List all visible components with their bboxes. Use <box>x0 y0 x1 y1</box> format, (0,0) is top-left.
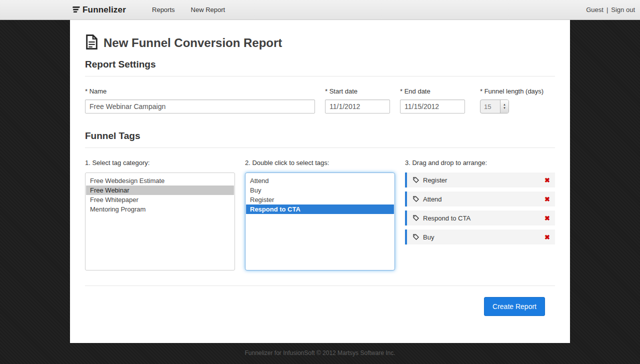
tag-icon <box>413 196 419 202</box>
remove-icon[interactable]: ✖ <box>544 196 550 202</box>
category-item[interactable]: Free Webdesign Estimate <box>86 176 234 186</box>
remove-icon[interactable]: ✖ <box>544 215 550 222</box>
tag-category-listbox[interactable]: Free Webdesign Estimate Free Webinar Fre… <box>85 172 235 270</box>
arrange-item-register[interactable]: Register ✖ <box>405 172 555 188</box>
user-separator: | <box>606 6 608 14</box>
arrange-item-label: Register <box>423 176 447 184</box>
tag-category-column: 1. Select tag category: Free Webdesign E… <box>85 159 235 270</box>
arrange-item-label: Buy <box>423 234 434 241</box>
report-settings-heading: Report Settings <box>85 59 555 76</box>
brand-logo[interactable]: Funnelizer <box>70 5 126 15</box>
funnel-length-label: * Funnel length (days) <box>480 88 550 95</box>
start-date-label: * Start date <box>325 88 390 95</box>
end-date-label: * End date <box>400 88 465 95</box>
category-item-selected[interactable]: Free Webinar <box>86 186 234 195</box>
main-card: New Funnel Conversion Report Report Sett… <box>70 20 570 343</box>
nav-item-reports[interactable]: Reports <box>144 0 183 20</box>
top-navbar: Funnelizer Reports New Report Guest | Si… <box>0 0 640 20</box>
tag-select-column: 2. Double click to select tags: Attend B… <box>245 159 395 270</box>
tag-icon <box>413 215 419 221</box>
user-label: Guest <box>586 6 604 14</box>
arrange-item-label: Respond to CTA <box>423 214 470 222</box>
tag-item-selected[interactable]: Respond to CTA <box>246 204 394 214</box>
sign-out-link[interactable]: Sign out <box>611 6 635 14</box>
nav-item-new-report[interactable]: New Report <box>183 0 234 20</box>
tag-item[interactable]: Buy <box>246 186 394 195</box>
tag-icon <box>413 234 419 240</box>
brand-text: Funnelizer <box>82 5 126 15</box>
footer-text: Funnelizer for InfusionSoft © 2012 Marts… <box>0 343 640 356</box>
funnel-tags-heading: Funnel Tags <box>85 130 555 148</box>
tag-icon <box>413 177 419 183</box>
step1-label: 1. Select tag category: <box>85 159 235 166</box>
arrange-item-buy[interactable]: Buy ✖ <box>405 230 555 244</box>
tag-item[interactable]: Attend <box>246 176 394 186</box>
document-icon <box>85 34 98 50</box>
funnel-logo-icon <box>70 6 80 14</box>
create-report-button[interactable]: Create Report <box>484 297 545 316</box>
tag-select-listbox[interactable]: Attend Buy Register Respond to CTA <box>245 172 395 270</box>
funnel-length-value: 15 <box>480 100 500 113</box>
remove-icon[interactable]: ✖ <box>544 177 550 184</box>
start-date-input[interactable] <box>325 100 390 114</box>
name-input[interactable] <box>85 100 315 114</box>
page-title: New Funnel Conversion Report <box>104 36 282 50</box>
end-date-input[interactable] <box>400 100 465 114</box>
category-item[interactable]: Mentoring Program <box>86 204 234 214</box>
remove-icon[interactable]: ✖ <box>544 234 550 240</box>
tag-arrange-column: 3. Drag and drop to arrange: Register ✖ <box>405 159 555 270</box>
arrange-item-label: Attend <box>423 196 442 203</box>
stepper-down-icon[interactable]: ▼ <box>503 106 506 110</box>
stepper-up-icon[interactable]: ▲ <box>503 103 506 106</box>
name-label: * Name <box>85 88 315 95</box>
report-settings-form: * Name * Start date * End date * Funnel … <box>85 88 555 114</box>
category-item[interactable]: Free Whitepaper <box>86 195 234 204</box>
step3-label: 3. Drag and drop to arrange: <box>405 159 555 166</box>
stepper-arrows[interactable]: ▲ ▼ <box>500 100 508 113</box>
funnel-length-stepper[interactable]: 15 ▲ ▼ <box>480 100 509 114</box>
page-title-row: New Funnel Conversion Report <box>85 34 555 50</box>
bottom-divider <box>85 286 555 286</box>
user-area: Guest | Sign out <box>586 6 635 14</box>
tag-item[interactable]: Register <box>246 195 394 204</box>
arrange-item-attend[interactable]: Attend ✖ <box>405 192 555 206</box>
step2-label: 2. Double click to select tags: <box>245 159 395 166</box>
funnel-tags-columns: 1. Select tag category: Free Webdesign E… <box>85 159 555 270</box>
arrange-item-respond-to-cta[interactable]: Respond to CTA ✖ <box>405 210 555 226</box>
